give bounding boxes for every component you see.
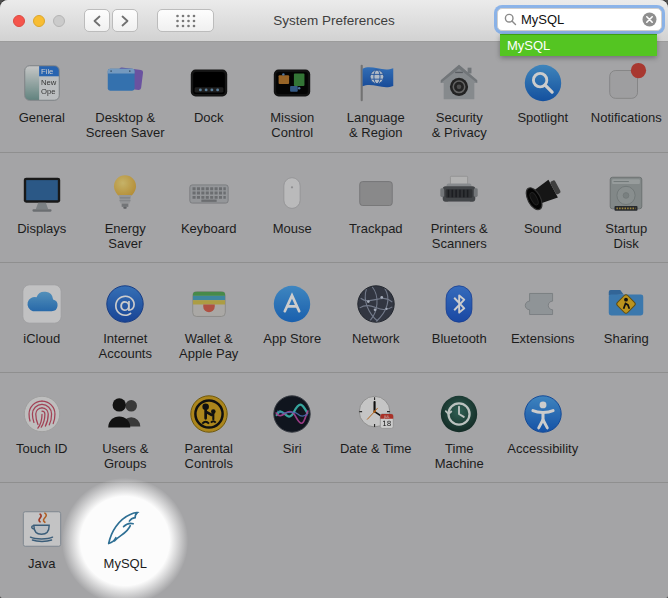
pane-label: Trackpad [349, 221, 403, 236]
pane-mission-control[interactable]: Mission Control [251, 42, 335, 152]
pane-label: Energy Saver [105, 221, 146, 251]
language-region-icon [353, 60, 399, 106]
pane-language-region[interactable]: Language & Region [334, 42, 418, 152]
pane-row-1: FileNewOpe General Desktop & Screen Save… [0, 42, 668, 152]
app-store-icon [269, 281, 315, 327]
clear-search-button[interactable] [642, 12, 657, 27]
titlebar: System Preferences MySQL [0, 0, 668, 42]
empty-cell [418, 483, 502, 597]
pane-bluetooth[interactable]: Bluetooth [418, 263, 502, 372]
pane-network[interactable]: Network [334, 263, 418, 372]
search-area: MySQL [497, 8, 662, 31]
pane-date-time[interactable]: JUL18 Date & Time [334, 373, 418, 482]
svg-text:File: File [41, 67, 53, 76]
pane-wallet-apple-pay[interactable]: Wallet & Apple Pay [167, 263, 251, 372]
wallet-apple-pay-icon [186, 281, 232, 327]
minimize-button[interactable] [33, 15, 45, 27]
traffic-lights [13, 15, 65, 27]
pane-label: Extensions [511, 331, 575, 346]
pane-security-privacy[interactable]: Security & Privacy [418, 42, 502, 152]
network-icon [353, 281, 399, 327]
siri-icon [269, 391, 315, 437]
pane-dock[interactable]: Dock [167, 42, 251, 152]
pane-extensions[interactable]: Extensions [501, 263, 585, 372]
pane-label: Keyboard [181, 221, 237, 236]
pane-label: Wallet & Apple Pay [179, 331, 238, 361]
pane-label: Mouse [273, 221, 312, 236]
date-time-icon: JUL18 [353, 391, 399, 437]
keyboard-icon [186, 171, 232, 217]
pane-label: Parental Controls [185, 441, 233, 471]
window-title: System Preferences [184, 13, 484, 28]
desktop-screensaver-icon [102, 60, 148, 106]
grid-icon [174, 13, 198, 29]
mysql-icon [102, 506, 148, 552]
pane-sound[interactable]: Sound [501, 153, 585, 262]
pane-spotlight[interactable]: Spotlight [501, 42, 585, 152]
pane-energy-saver[interactable]: Energy Saver [84, 153, 168, 262]
pane-displays[interactable]: Displays [0, 153, 84, 262]
pane-label: MySQL [104, 556, 147, 571]
parental-controls-icon [186, 391, 232, 437]
pane-label: Internet Accounts [99, 331, 152, 361]
empty-cell [167, 483, 251, 597]
pane-mouse[interactable]: Mouse [251, 153, 335, 262]
pane-row-2: Displays Energy Saver Keyboard Mouse Tra… [0, 152, 668, 262]
svg-text:Ope: Ope [41, 87, 55, 96]
java-icon [19, 506, 65, 552]
chevron-right-icon [120, 15, 130, 27]
pane-siri[interactable]: Siri [251, 373, 335, 482]
close-button[interactable] [13, 15, 25, 27]
search-suggestion-mysql[interactable]: MySQL [500, 34, 657, 56]
svg-text:New: New [41, 78, 57, 87]
back-button[interactable] [84, 9, 110, 32]
mouse-icon [269, 171, 315, 217]
pane-label: Spotlight [517, 110, 568, 125]
pane-general[interactable]: FileNewOpe General [0, 42, 84, 152]
pane-parental-controls[interactable]: Parental Controls [167, 373, 251, 482]
empty-cell [334, 483, 418, 597]
pane-accessibility[interactable]: Accessibility [501, 373, 585, 482]
pane-desktop-screensaver[interactable]: Desktop & Screen Saver [84, 42, 168, 152]
notifications-icon [603, 60, 649, 106]
search-field[interactable] [497, 8, 662, 31]
startup-disk-icon [603, 171, 649, 217]
trackpad-icon [353, 171, 399, 217]
pane-row-5: Java MySQL [0, 482, 668, 597]
pane-label: Date & Time [340, 441, 412, 456]
pane-label: General [19, 110, 65, 125]
pane-users-groups[interactable]: Users & Groups [84, 373, 168, 482]
pane-startup-disk[interactable]: Startup Disk [585, 153, 668, 262]
icloud-icon [19, 281, 65, 327]
pane-printers-scanners[interactable]: Printers & Scanners [418, 153, 502, 262]
pane-label: Mission Control [270, 110, 314, 140]
sound-icon [520, 171, 566, 217]
pane-label: Siri [283, 441, 302, 456]
forward-button[interactable] [112, 9, 138, 32]
pane-sharing[interactable]: Sharing [585, 263, 668, 372]
pane-internet-accounts[interactable]: @ Internet Accounts [84, 263, 168, 372]
pane-label: Displays [17, 221, 66, 236]
chevron-left-icon [92, 15, 102, 27]
show-all-button[interactable] [157, 9, 214, 32]
pane-touch-id[interactable]: Touch ID [0, 373, 84, 482]
printers-scanners-icon [436, 171, 482, 217]
touch-id-icon [19, 391, 65, 437]
system-preferences-window: System Preferences MySQL FileNewOpe Gene… [0, 0, 668, 598]
sharing-icon [603, 281, 649, 327]
pane-label: Sharing [604, 331, 649, 346]
empty-cell [585, 483, 668, 597]
pane-label: App Store [263, 331, 321, 346]
pane-icloud[interactable]: iCloud [0, 263, 84, 372]
pane-trackpad[interactable]: Trackpad [334, 153, 418, 262]
pane-label: Printers & Scanners [431, 221, 488, 251]
pane-mysql[interactable]: MySQL [84, 483, 168, 597]
displays-icon [19, 171, 65, 217]
pane-time-machine[interactable]: Time Machine [418, 373, 502, 482]
pane-keyboard[interactable]: Keyboard [167, 153, 251, 262]
pane-label: Java [28, 556, 55, 571]
pane-notifications[interactable]: Notifications [585, 42, 668, 152]
pane-app-store[interactable]: App Store [251, 263, 335, 372]
search-input[interactable] [521, 12, 642, 27]
pane-label: iCloud [23, 331, 60, 346]
